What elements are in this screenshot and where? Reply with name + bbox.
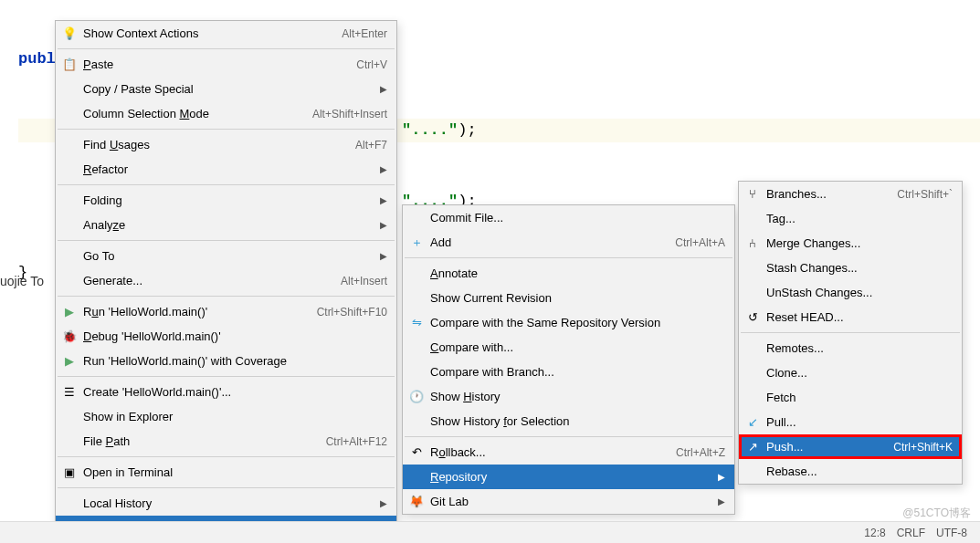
menu-item-label: Column Selection Mode	[83, 107, 301, 120]
blank-icon	[744, 391, 761, 405]
context-menu-item-run-helloworld-main-with-coverage[interactable]: ▶Run 'HelloWorld.main()' with Coverage	[56, 349, 396, 373]
gitlab-icon: 🦊	[408, 495, 425, 509]
blank-icon	[744, 341, 761, 356]
menu-item-shortcut: Ctrl+Shift+K	[893, 441, 953, 454]
submenu-arrow-icon: ▶	[380, 195, 387, 205]
menu-item-shortcut: Ctrl+Alt+A	[675, 236, 725, 249]
menu-item-label: Create 'HelloWorld.main()'...	[83, 385, 387, 399]
file-encoding[interactable]: UTF-8	[936, 527, 967, 539]
context-menu-item-generate[interactable]: Generate...Alt+Insert	[56, 268, 396, 293]
menu-item-label: Debug 'HelloWorld.main()'	[83, 329, 387, 343]
menu-item-label: Compare with...	[430, 340, 725, 354]
submenu-arrow-icon: ▶	[380, 251, 387, 261]
context-menu-item-refactor[interactable]: Refactor▶	[56, 157, 396, 182]
menu-separator	[58, 296, 395, 297]
blank-icon	[61, 193, 78, 208]
menu-item-label: Refactor	[83, 162, 373, 176]
repository-menu-item-reset-head[interactable]: ↺Reset HEAD...	[739, 305, 962, 329]
menu-item-label: Go To	[83, 249, 373, 263]
context-menu-item-create-helloworld-main[interactable]: ☰Create 'HelloWorld.main()'...	[56, 380, 396, 404]
context-menu-item-paste[interactable]: 📋PasteCtrl+V	[56, 52, 396, 77]
repository-menu-item-pull[interactable]: ↙Pull...	[739, 410, 962, 434]
context-menu-item-go-to[interactable]: Go To▶	[56, 244, 396, 268]
context-menu-item-run-helloworld-main[interactable]: ▶Run 'HelloWorld.main()'Ctrl+Shift+F10	[56, 299, 396, 324]
context-menu-main: 💡Show Context ActionsAlt+Enter📋PasteCtrl…	[55, 20, 397, 543]
blank-icon	[408, 291, 425, 306]
blank-icon	[61, 82, 78, 97]
context-menu-item-debug-helloworld-main[interactable]: 🐞Debug 'HelloWorld.main()'	[56, 324, 396, 349]
menu-item-shortcut: Ctrl+Alt+Z	[676, 446, 725, 459]
context-menu-item-show-context-actions[interactable]: 💡Show Context ActionsAlt+Enter	[56, 21, 396, 46]
menu-item-label: Show in Explorer	[83, 410, 387, 423]
git-menu-item-add[interactable]: ＋AddCtrl+Alt+A	[403, 230, 734, 255]
context-menu-item-find-usages[interactable]: Find UsagesAlt+F7	[56, 132, 396, 157]
blank-icon	[408, 414, 425, 429]
menu-item-label: Clone...	[766, 366, 953, 380]
repository-menu-item-merge-changes[interactable]: ⑃Merge Changes...	[739, 231, 962, 256]
blank-icon	[744, 212, 761, 226]
menu-item-label: Compare with Branch...	[430, 365, 725, 379]
menu-item-label: Git Lab	[430, 495, 711, 508]
merge-icon: ⑃	[744, 236, 761, 251]
status-bar: 12:8 CRLF UTF-8	[0, 521, 980, 543]
git-menu-item-show-history[interactable]: 🕐Show History	[403, 384, 734, 409]
repository-menu-item-remotes[interactable]: Remotes...	[739, 336, 962, 360]
git-menu-item-annotate[interactable]: Annotate	[403, 261, 734, 286]
blank-icon	[744, 261, 761, 276]
history-icon: 🕐	[408, 390, 425, 404]
git-menu-item-show-history-for-selection[interactable]: Show History for Selection	[403, 409, 734, 433]
menu-item-label: Merge Changes...	[766, 236, 953, 250]
context-menu-item-show-in-explorer[interactable]: Show in Explorer	[56, 404, 396, 429]
repository-menu-item-push[interactable]: ↗Push...Ctrl+Shift+K	[739, 434, 962, 459]
menu-item-label: Run 'HelloWorld.main()' with Coverage	[83, 354, 387, 368]
blank-icon	[408, 365, 425, 380]
menu-item-label: Local History	[83, 496, 373, 510]
git-menu-item-repository[interactable]: Repository▶	[403, 465, 734, 489]
repository-menu-item-stash-changes[interactable]: Stash Changes...	[739, 256, 962, 280]
menu-item-label: Generate...	[83, 274, 330, 287]
menu-item-label: Fetch	[766, 391, 953, 404]
menu-item-shortcut: Ctrl+Alt+F12	[326, 435, 387, 448]
menu-item-label: Show History for Selection	[430, 414, 725, 428]
menu-item-label: Show Current Revision	[430, 291, 725, 305]
menu-separator	[741, 332, 960, 333]
submenu-arrow-icon: ▶	[380, 84, 387, 94]
menu-item-label: Repository	[430, 470, 711, 484]
context-menu-item-folding[interactable]: Folding▶	[56, 188, 396, 213]
menu-item-label: Show Context Actions	[83, 26, 331, 40]
terminal-icon: ▣	[61, 465, 78, 480]
context-menu-item-copy-paste-special[interactable]: Copy / Paste Special▶	[56, 77, 396, 101]
caret-position[interactable]: 12:8	[864, 527, 885, 539]
repository-menu-item-clone[interactable]: Clone...	[739, 360, 962, 385]
repository-menu-item-tag[interactable]: Tag...	[739, 206, 962, 231]
menu-item-shortcut: Ctrl+Shift+F10	[317, 306, 387, 318]
menu-separator	[58, 184, 395, 185]
menu-item-label: Reset HEAD...	[766, 310, 953, 324]
debug-icon: 🐞	[61, 329, 78, 344]
menu-item-label: UnStash Changes...	[766, 286, 953, 299]
context-menu-item-column-selection-mode[interactable]: Column Selection ModeAlt+Shift+Insert	[56, 101, 396, 126]
repository-menu-item-unstash-changes[interactable]: UnStash Changes...	[739, 280, 962, 305]
menu-item-label: Stash Changes...	[766, 261, 953, 275]
diff-icon: ⇋	[408, 316, 425, 330]
repository-menu-item-rebase[interactable]: Rebase...	[739, 459, 962, 484]
context-menu-item-open-in-terminal[interactable]: ▣Open in Terminal	[56, 460, 396, 485]
context-menu-item-local-history[interactable]: Local History▶	[56, 491, 396, 516]
git-menu-item-compare-with-the-same-repository-version[interactable]: ⇋Compare with the Same Repository Versio…	[403, 310, 734, 335]
git-menu-item-rollback[interactable]: ↶Rollback...Ctrl+Alt+Z	[403, 440, 734, 465]
blank-icon	[408, 340, 425, 355]
repository-menu-item-branches[interactable]: ⑂Branches...Ctrl+Shift+`	[739, 182, 962, 206]
context-menu-item-analyze[interactable]: Analyze▶	[56, 213, 396, 237]
menu-item-label: Commit File...	[430, 211, 725, 225]
add-icon: ＋	[408, 235, 425, 250]
git-menu-item-show-current-revision[interactable]: Show Current Revision	[403, 286, 734, 310]
menu-item-label: Pull...	[766, 415, 953, 429]
git-menu-item-commit-file[interactable]: Commit File...	[403, 205, 734, 230]
context-menu-item-file-path[interactable]: File PathCtrl+Alt+F12	[56, 429, 396, 454]
coverage-icon: ▶	[61, 354, 78, 369]
git-menu-item-compare-with[interactable]: Compare with...	[403, 335, 734, 360]
line-separator[interactable]: CRLF	[897, 527, 925, 539]
repository-menu-item-fetch[interactable]: Fetch	[739, 385, 962, 410]
git-menu-item-git-lab[interactable]: 🦊Git Lab▶	[403, 489, 734, 514]
git-menu-item-compare-with-branch[interactable]: Compare with Branch...	[403, 360, 734, 384]
